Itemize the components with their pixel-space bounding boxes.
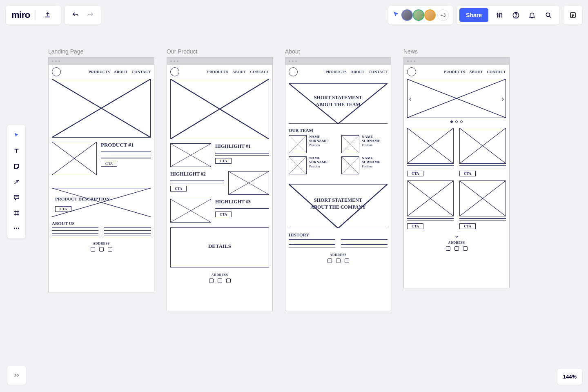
wf-text: ABOUT THE COMPANY bbox=[310, 204, 365, 211]
undo-icon[interactable] bbox=[68, 8, 83, 22]
app-header: miro bbox=[6, 6, 61, 24]
wf-social-icon bbox=[108, 247, 112, 252]
svg-point-8 bbox=[16, 228, 17, 229]
frame-label[interactable]: Our Product bbox=[167, 48, 197, 55]
frame-label[interactable]: About bbox=[285, 48, 300, 55]
wf-heading: HIGHLIGHT #2 bbox=[170, 171, 224, 177]
svg-point-0 bbox=[497, 13, 498, 15]
arrow-tool[interactable] bbox=[7, 174, 25, 189]
wf-cta: CTA bbox=[215, 212, 232, 217]
svg-point-7 bbox=[14, 228, 15, 229]
wf-heading: HIGHLIGHT #1 bbox=[215, 143, 269, 149]
svg-point-2 bbox=[501, 13, 502, 14]
chevron-down-icon: ⌄ bbox=[407, 232, 506, 239]
help-icon[interactable] bbox=[508, 7, 523, 23]
select-tool[interactable] bbox=[7, 127, 25, 143]
undo-redo-group bbox=[65, 6, 101, 24]
tools-toolbar bbox=[7, 125, 25, 238]
cursor-icon[interactable] bbox=[392, 11, 400, 20]
wf-social-icon bbox=[91, 247, 95, 252]
wf-social-icon bbox=[446, 246, 450, 251]
wf-hero-image bbox=[52, 79, 151, 138]
frame-product[interactable]: PRODUCTS ABOUT CONTACT HIGHLIGHT #1 CTA bbox=[167, 57, 273, 311]
frame-about[interactable]: PRODUCTS ABOUT CONTACT SHORT STATEMENT A… bbox=[285, 57, 391, 311]
frame-news[interactable]: PRODUCTS ABOUT CONTACT ‹ › CTA bbox=[403, 57, 510, 288]
svg-point-4 bbox=[515, 16, 516, 17]
svg-point-1 bbox=[499, 16, 500, 17]
wf-nav-link: PRODUCTS bbox=[207, 70, 228, 74]
wf-image bbox=[52, 142, 97, 175]
wf-logo bbox=[289, 67, 298, 76]
wf-social-icon bbox=[209, 278, 214, 283]
wf-heading: HISTORY bbox=[289, 232, 388, 237]
notifications-icon[interactable] bbox=[524, 7, 540, 23]
wf-news-card: CTA bbox=[459, 128, 506, 176]
wf-news-card: CTA bbox=[459, 180, 506, 229]
carousel-dots bbox=[407, 120, 506, 123]
wf-heading: PRODUCT #1 bbox=[101, 142, 151, 148]
collapse-panel-icon[interactable] bbox=[7, 366, 26, 385]
avatar[interactable] bbox=[424, 9, 436, 21]
wf-social-icon bbox=[99, 247, 104, 252]
zoom-level[interactable]: 144% bbox=[557, 369, 582, 385]
wf-nav-link: CONTACT bbox=[487, 70, 506, 74]
wf-team-member: NAMESURNAMEPosition bbox=[341, 135, 388, 153]
activity-icon[interactable] bbox=[564, 6, 582, 24]
frame-label[interactable]: Landing Page bbox=[48, 48, 83, 55]
wf-heading: ABOUT US bbox=[52, 221, 151, 226]
more-users-badge[interactable]: +3 bbox=[437, 9, 449, 21]
wf-logo bbox=[170, 67, 179, 76]
wf-cta: CTA bbox=[407, 223, 423, 229]
export-icon[interactable] bbox=[40, 8, 55, 22]
avatar[interactable] bbox=[401, 9, 413, 21]
wf-heading: HIGHLIGHT #3 bbox=[215, 199, 269, 205]
share-button[interactable]: Share bbox=[459, 8, 488, 22]
wf-address: ADDRESS bbox=[170, 273, 269, 277]
wf-text: SHORT STATEMENT bbox=[314, 197, 362, 204]
wf-address: ADDRESS bbox=[407, 241, 506, 245]
wf-social-icon bbox=[454, 246, 459, 251]
wf-logo bbox=[52, 67, 61, 76]
more-tools[interactable] bbox=[7, 220, 25, 236]
avatar[interactable] bbox=[413, 9, 424, 21]
wf-social-icon bbox=[327, 258, 332, 263]
wf-team-member: NAMESURNAMEPosition bbox=[341, 156, 388, 174]
settings-icon[interactable] bbox=[492, 7, 507, 23]
wf-cta: CTA bbox=[55, 206, 71, 212]
collaborators-group: +3 bbox=[388, 6, 453, 24]
wf-text: ABOUT THE TEAM bbox=[316, 101, 360, 108]
wf-social-icon bbox=[336, 258, 341, 263]
wf-heading: OUR TEAM bbox=[289, 128, 388, 133]
frame-label[interactable]: News bbox=[403, 48, 418, 55]
wf-image bbox=[170, 143, 211, 167]
wf-news-card: CTA bbox=[407, 128, 454, 176]
wf-cta: CTA bbox=[459, 223, 476, 229]
browser-chrome bbox=[49, 58, 154, 65]
wf-heading: PRODUCT DESCRIPTION bbox=[55, 196, 151, 201]
wf-cta: CTA bbox=[459, 171, 476, 176]
wf-nav-link: PRODUCTS bbox=[444, 70, 465, 74]
wf-social-icon bbox=[226, 278, 231, 283]
browser-chrome bbox=[167, 58, 272, 65]
frame-tool[interactable] bbox=[7, 205, 25, 220]
wf-team-member: NAMESURNAMEPosition bbox=[289, 156, 335, 174]
wf-cta: CTA bbox=[215, 158, 232, 164]
text-tool[interactable] bbox=[7, 143, 25, 158]
wf-carousel: ‹ › bbox=[407, 79, 506, 118]
app-logo[interactable]: miro bbox=[11, 10, 30, 20]
wf-cta: CTA bbox=[101, 161, 117, 167]
frame-landing[interactable]: PRODUCTS ABOUT CONTACT PRODUCT #1 CTA bbox=[48, 57, 154, 292]
sticky-note-tool[interactable] bbox=[7, 158, 25, 174]
search-icon[interactable] bbox=[541, 7, 556, 23]
wf-team-member: NAMESURNAMEPosition bbox=[289, 135, 335, 153]
wf-text: SHORT STATEMENT bbox=[314, 94, 362, 101]
wf-address: ADDRESS bbox=[52, 242, 151, 245]
wf-nav-link: CONTACT bbox=[369, 70, 388, 74]
wf-cta: CTA bbox=[170, 186, 187, 192]
wf-nav-link: ABOUT bbox=[232, 70, 246, 74]
wf-cta: CTA bbox=[407, 171, 423, 176]
comment-tool[interactable] bbox=[7, 189, 25, 205]
wf-logo bbox=[407, 67, 416, 76]
redo-icon[interactable] bbox=[83, 8, 98, 22]
wf-nav-link: CONTACT bbox=[132, 70, 151, 74]
